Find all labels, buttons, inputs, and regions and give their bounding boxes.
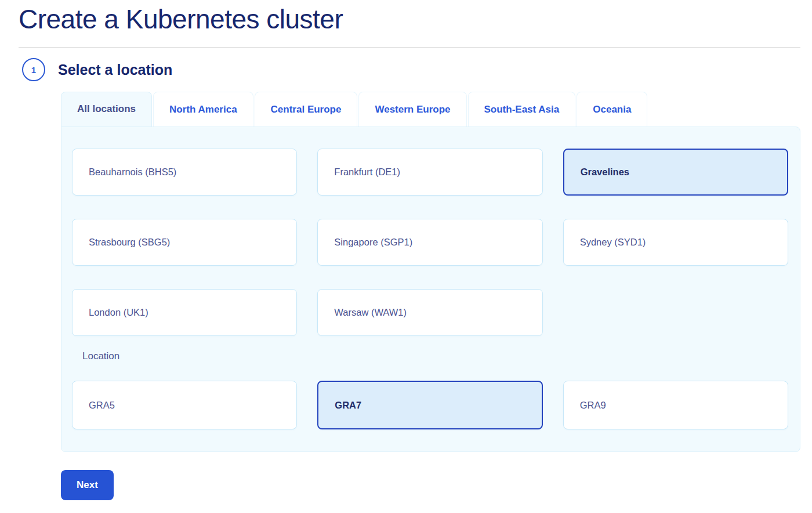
- region-card-grid: Beauharnois (BHS5) Frankfurt (DE1) Grave…: [72, 149, 788, 336]
- datacenter-card-grid: GRA5 GRA7 GRA9: [72, 381, 788, 429]
- tab-oceania[interactable]: Oceania: [577, 92, 647, 127]
- next-button[interactable]: Next: [61, 470, 114, 500]
- datacenter-card-gra9[interactable]: GRA9: [563, 381, 788, 429]
- region-card-sydney[interactable]: Sydney (SYD1): [563, 219, 788, 266]
- region-card-london[interactable]: London (UK1): [72, 289, 297, 336]
- region-card-gravelines-selected[interactable]: Gravelines: [563, 149, 788, 196]
- region-card-warsaw[interactable]: Warsaw (WAW1): [317, 289, 542, 336]
- region-card-frankfurt[interactable]: Frankfurt (DE1): [317, 149, 542, 196]
- region-card-strasbourg[interactable]: Strasbourg (SBG5): [72, 219, 297, 266]
- location-tabs: All locations North America Central Euro…: [61, 92, 800, 127]
- location-label: Location: [82, 351, 788, 362]
- step-number-badge: 1: [22, 58, 45, 81]
- page-title: Create a Kubernetes cluster: [19, 3, 800, 35]
- tab-central-europe[interactable]: Central Europe: [255, 92, 358, 127]
- step-header: 1 Select a location: [22, 58, 800, 81]
- tab-north-america[interactable]: North America: [153, 92, 253, 127]
- tab-western-europe[interactable]: Western Europe: [358, 92, 466, 127]
- region-card-singapore[interactable]: Singapore (SGP1): [317, 219, 542, 266]
- create-kubernetes-cluster-page: Create a Kubernetes cluster 1 Select a l…: [0, 0, 812, 500]
- locations-panel: Beauharnois (BHS5) Frankfurt (DE1) Grave…: [61, 127, 800, 452]
- tab-south-east-asia[interactable]: South-East Asia: [468, 92, 576, 127]
- datacenter-card-gra7-selected[interactable]: GRA7: [317, 381, 542, 429]
- location-section: All locations North America Central Euro…: [61, 92, 800, 500]
- title-divider: [19, 47, 800, 48]
- region-card-beauharnois[interactable]: Beauharnois (BHS5): [72, 149, 297, 196]
- tab-all-locations[interactable]: All locations: [61, 92, 152, 127]
- step-heading: Select a location: [58, 62, 172, 78]
- datacenter-card-gra5[interactable]: GRA5: [72, 381, 297, 429]
